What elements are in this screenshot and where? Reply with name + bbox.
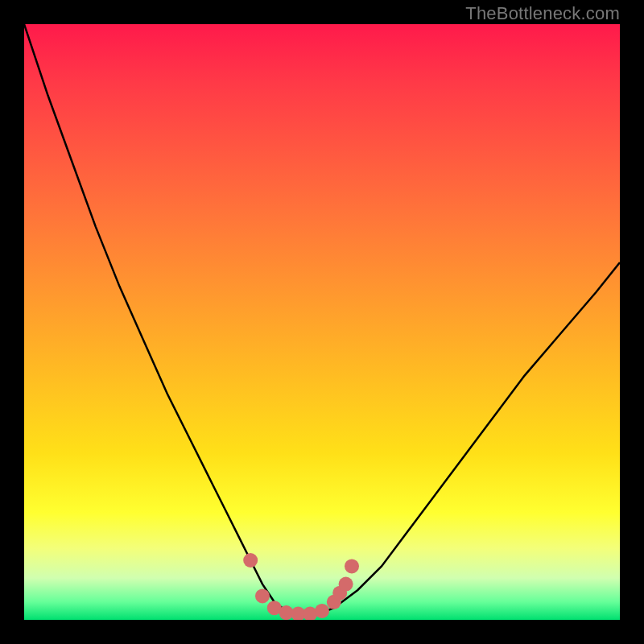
chart-marker	[243, 553, 258, 568]
chart-plot-area	[24, 24, 620, 620]
chart-frame: TheBottleneck.com	[0, 0, 644, 644]
chart-marker	[345, 559, 359, 573]
chart-marker	[255, 588, 270, 603]
chart-marker	[315, 604, 329, 618]
bottleneck-curve	[24, 24, 620, 614]
watermark-text: TheBottleneck.com	[465, 3, 620, 24]
chart-markers	[243, 553, 359, 620]
chart-svg	[24, 24, 620, 620]
chart-marker	[339, 577, 353, 592]
